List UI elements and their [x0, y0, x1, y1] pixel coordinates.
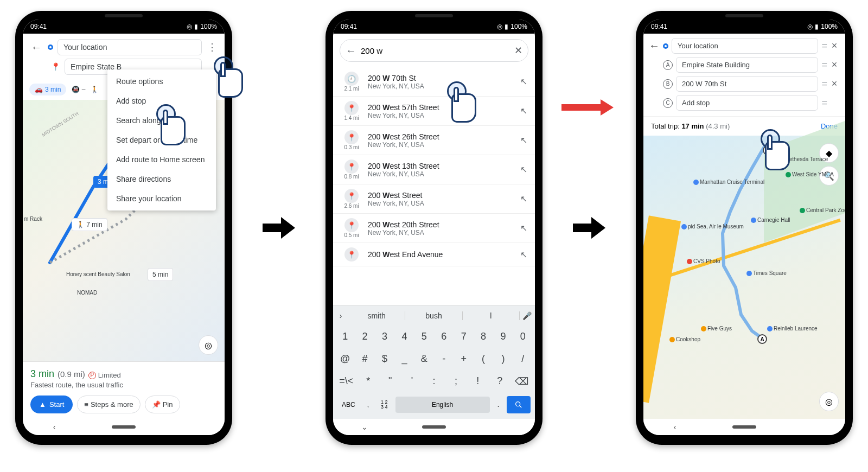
- kb-key[interactable]: -: [434, 351, 454, 367]
- kb-abc-key[interactable]: ABC: [337, 398, 360, 412]
- waypoint-field[interactable]: Empire State Building: [676, 57, 818, 73]
- map-canvas[interactable]: ◎ ◆ 🔍 Manhattan Cruise TerminalBethesda …: [643, 136, 845, 419]
- result-distance: 0.8 mi: [342, 174, 361, 180]
- kb-space-key[interactable]: English: [395, 397, 490, 413]
- waypoint-field[interactable]: 200 W 70th St: [676, 76, 818, 92]
- kb-key[interactable]: 3: [375, 329, 394, 345]
- kb-key[interactable]: 4: [394, 329, 414, 345]
- kb-key[interactable]: ': [401, 373, 423, 390]
- nav-home-pill[interactable]: [732, 425, 756, 429]
- nav-keyboard-down-icon[interactable]: ⌄: [359, 422, 370, 432]
- result-distance: 1.4 mi: [342, 115, 361, 121]
- insert-arrow-icon[interactable]: ↖: [520, 164, 527, 175]
- kb-key[interactable]: 2: [355, 329, 374, 345]
- kb-key[interactable]: _: [394, 351, 414, 367]
- kb-key[interactable]: @: [335, 351, 355, 367]
- drag-handle-icon[interactable]: =: [821, 59, 826, 71]
- kb-key[interactable]: +: [454, 351, 473, 367]
- overflow-menu-item[interactable]: Share your location: [107, 189, 216, 208]
- overflow-menu-item[interactable]: Set depart or arrive time: [107, 130, 216, 150]
- remove-stop-icon[interactable]: ×: [829, 59, 840, 71]
- mode-walk-icon[interactable]: 🚶: [91, 86, 99, 93]
- kb-suggestion[interactable]: bush: [405, 311, 462, 320]
- kb-suggestion[interactable]: smith: [348, 311, 405, 320]
- search-result-item[interactable]: 📍 2.6 mi 200 West Street New York, NY, U…: [333, 184, 535, 214]
- route-summary-sheet[interactable]: 3 min (0.9 mi) PLimited Fastest route, t…: [23, 361, 225, 419]
- nav-back-icon[interactable]: ‹: [669, 422, 680, 432]
- overflow-menu: Route optionsAdd stopSearch along routeS…: [107, 69, 216, 211]
- kb-key[interactable]: ?: [489, 373, 510, 390]
- nav-home-pill[interactable]: [112, 425, 136, 429]
- origin-field[interactable]: Your location: [58, 39, 202, 55]
- kb-key[interactable]: (: [474, 351, 493, 367]
- kb-numpad-key[interactable]: 1 23 4: [376, 397, 392, 413]
- search-result-item[interactable]: 📍 200 West End Avenue ↖: [333, 243, 535, 266]
- drag-handle-icon[interactable]: =: [821, 78, 826, 90]
- search-result-item[interactable]: 🕘 2.1 mi 200 W 70th St New York, NY, USA…: [333, 67, 535, 97]
- kb-search-key[interactable]: [507, 396, 531, 413]
- search-bar[interactable]: ← ✕: [340, 39, 528, 62]
- kb-key[interactable]: 7: [454, 329, 473, 345]
- overflow-menu-item[interactable]: Route options: [107, 72, 216, 91]
- kb-key[interactable]: 0: [513, 329, 533, 345]
- kb-key[interactable]: &: [414, 351, 434, 367]
- waypoint-field[interactable]: Add stop: [676, 95, 818, 111]
- kb-key[interactable]: 5: [414, 329, 434, 345]
- overflow-menu-item[interactable]: Add stop: [107, 91, 216, 111]
- kb-key[interactable]: 9: [493, 329, 513, 345]
- kb-key[interactable]: 1: [335, 329, 355, 345]
- kb-mic-icon[interactable]: 🎤: [520, 311, 535, 320]
- kb-expand-icon[interactable]: ›: [333, 311, 348, 320]
- kb-key[interactable]: *: [357, 373, 379, 390]
- kb-key[interactable]: =\<: [335, 373, 357, 390]
- start-button[interactable]: ▲ Start: [30, 396, 73, 413]
- search-result-item[interactable]: 📍 0.3 mi 200 West 26th Street New York, …: [333, 126, 535, 155]
- overflow-menu-button[interactable]: ⋮: [206, 41, 218, 53]
- kb-suggestion[interactable]: l: [463, 311, 520, 320]
- kb-key[interactable]: ⌫: [511, 373, 533, 390]
- kb-key[interactable]: :: [423, 373, 445, 390]
- nav-home-pill[interactable]: [422, 425, 446, 429]
- insert-arrow-icon[interactable]: ↖: [520, 223, 527, 233]
- map-poi-label: pid Sea, Air le Museum: [681, 224, 744, 229]
- kb-key[interactable]: 8: [474, 329, 493, 345]
- nav-back-icon[interactable]: ‹: [49, 422, 60, 432]
- clear-icon[interactable]: ✕: [514, 44, 522, 56]
- overflow-menu-item[interactable]: Share directions: [107, 169, 216, 189]
- kb-key[interactable]: /: [513, 351, 533, 367]
- pin-button[interactable]: 📌 Pin: [145, 396, 180, 413]
- insert-arrow-icon[interactable]: ↖: [520, 250, 527, 260]
- mode-car-chip[interactable]: 🚗 3 min: [29, 84, 66, 95]
- steps-button[interactable]: ≡ Steps & more: [77, 396, 140, 413]
- kb-key[interactable]: ;: [445, 373, 467, 390]
- back-arrow-icon[interactable]: ←: [29, 41, 43, 54]
- recenter-button[interactable]: ◎: [199, 335, 218, 355]
- search-result-item[interactable]: 📍 0.8 mi 200 West 13th Street New York, …: [333, 155, 535, 184]
- remove-stop-icon[interactable]: ×: [829, 40, 840, 52]
- insert-arrow-icon[interactable]: ↖: [520, 135, 527, 145]
- drag-handle-icon[interactable]: =: [821, 97, 826, 109]
- remove-stop-icon[interactable]: ×: [829, 78, 840, 90]
- overflow-menu-item[interactable]: Add route to Home screen: [107, 150, 216, 169]
- drag-handle-icon[interactable]: =: [821, 40, 826, 52]
- insert-arrow-icon[interactable]: ↖: [520, 106, 527, 116]
- insert-arrow-icon[interactable]: ↖: [520, 76, 527, 87]
- kb-key[interactable]: 6: [434, 329, 454, 345]
- back-arrow-icon[interactable]: ←: [649, 40, 660, 52]
- waypoint-field[interactable]: Your location: [672, 38, 818, 54]
- recenter-button[interactable]: ◎: [819, 392, 839, 411]
- search-result-item[interactable]: 📍 0.5 mi 200 West 20th Street New York, …: [333, 214, 535, 243]
- search-input[interactable]: [361, 46, 510, 55]
- kb-dot-key[interactable]: .: [493, 398, 503, 412]
- search-result-item[interactable]: 📍 1.4 mi 200 West 57th Street New York, …: [333, 97, 535, 126]
- kb-key[interactable]: ): [493, 351, 513, 367]
- kb-key[interactable]: $: [375, 351, 394, 367]
- back-arrow-icon[interactable]: ←: [346, 44, 356, 57]
- overflow-menu-item[interactable]: Search along route: [107, 111, 216, 130]
- kb-key[interactable]: ": [379, 373, 401, 390]
- kb-key[interactable]: !: [467, 373, 489, 390]
- kb-key[interactable]: #: [355, 351, 374, 367]
- insert-arrow-icon[interactable]: ↖: [520, 194, 527, 204]
- mode-transit-icon[interactable]: 🚇 –: [72, 86, 85, 93]
- kb-comma-key[interactable]: ,: [363, 398, 373, 412]
